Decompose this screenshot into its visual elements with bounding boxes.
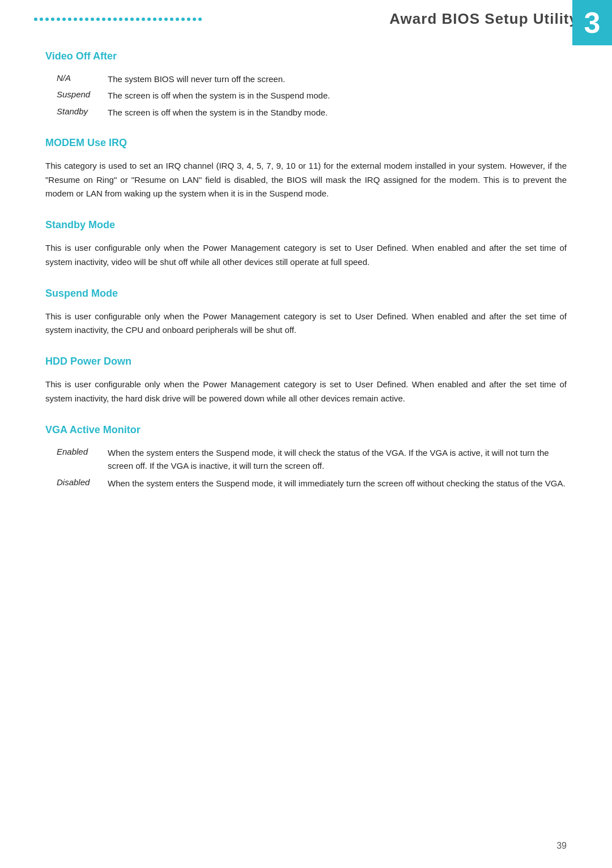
header-wrapper: Award BIOS Setup Utility 3 xyxy=(0,0,612,33)
def-row-suspend: Suspend The screen is off when the syste… xyxy=(57,89,567,102)
header-dot xyxy=(198,18,202,21)
page-number-box: 3 xyxy=(572,0,612,45)
desc-enabled: When the system enters the Suspend mode,… xyxy=(108,446,567,473)
section-video-off-after: Video Off After N/A The system BIOS will… xyxy=(45,50,567,119)
header-dot xyxy=(170,18,173,21)
header-dot xyxy=(147,18,151,21)
term-standby: Standby xyxy=(57,106,108,116)
section-modem-use-irq: MODEM Use IRQ This category is used to s… xyxy=(45,137,567,201)
header-dot xyxy=(62,18,66,21)
header-dot xyxy=(130,18,134,21)
footer-page-number: 39 xyxy=(556,841,567,851)
header-dot xyxy=(181,18,185,21)
text-standby-mode: This is user configurable only when the … xyxy=(45,241,567,270)
header-dot xyxy=(57,18,60,21)
def-row-disabled: Disabled When the system enters the Susp… xyxy=(57,477,567,490)
header-dot xyxy=(142,18,145,21)
desc-suspend: The screen is off when the system is in … xyxy=(108,89,330,102)
term-disabled: Disabled xyxy=(57,477,108,487)
header-dot xyxy=(187,18,190,21)
section-suspend-mode: Suspend Mode This is user configurable o… xyxy=(45,288,567,338)
term-suspend: Suspend xyxy=(57,89,108,99)
page-container: Award BIOS Setup Utility 3 Video Off Aft… xyxy=(0,0,612,868)
header-dot xyxy=(51,18,54,21)
header-dot xyxy=(68,18,71,21)
header-dot xyxy=(102,18,105,21)
section-hdd-power-down: HDD Power Down This is user configurable… xyxy=(45,356,567,406)
deflist-vga-active-monitor: Enabled When the system enters the Suspe… xyxy=(57,446,567,490)
def-row-standby: Standby The screen is off when the syste… xyxy=(57,106,567,119)
header-dot xyxy=(159,18,162,21)
desc-disabled: When the system enters the Suspend mode,… xyxy=(108,477,566,490)
header-dot xyxy=(193,18,196,21)
header-dot xyxy=(79,18,83,21)
header-dot xyxy=(113,18,117,21)
desc-na: The system BIOS will never turn off the … xyxy=(108,72,285,85)
heading-vga-active-monitor: VGA Active Monitor xyxy=(45,424,567,436)
header-dot xyxy=(85,18,88,21)
header-title: Award BIOS Setup Utility xyxy=(389,10,578,28)
section-vga-active-monitor: VGA Active Monitor Enabled When the syst… xyxy=(45,424,567,490)
header-dot xyxy=(125,18,128,21)
heading-standby-mode: Standby Mode xyxy=(45,219,567,231)
dots-line xyxy=(34,18,202,21)
heading-hdd-power-down: HDD Power Down xyxy=(45,356,567,367)
section-standby-mode: Standby Mode This is user configurable o… xyxy=(45,219,567,270)
header-dot xyxy=(91,18,94,21)
heading-modem-use-irq: MODEM Use IRQ xyxy=(45,137,567,149)
header-dot xyxy=(34,18,37,21)
heading-video-off-after: Video Off After xyxy=(45,50,567,62)
deflist-video-off-after: N/A The system BIOS will never turn off … xyxy=(57,72,567,119)
header-dot xyxy=(176,18,179,21)
header-dot xyxy=(164,18,168,21)
header-dot xyxy=(45,18,49,21)
def-row-enabled: Enabled When the system enters the Suspe… xyxy=(57,446,567,473)
text-modem-use-irq: This category is used to set an IRQ chan… xyxy=(45,159,567,201)
heading-suspend-mode: Suspend Mode xyxy=(45,288,567,300)
header-dot xyxy=(119,18,122,21)
header-dot xyxy=(40,18,43,21)
header-dot xyxy=(153,18,156,21)
text-hdd-power-down: This is user configurable only when the … xyxy=(45,378,567,406)
header-dot xyxy=(96,18,100,21)
def-row-na: N/A The system BIOS will never turn off … xyxy=(57,72,567,85)
header-dots xyxy=(34,18,389,21)
header-bar: Award BIOS Setup Utility xyxy=(34,0,578,33)
header-dot xyxy=(74,18,77,21)
text-suspend-mode: This is user configurable only when the … xyxy=(45,310,567,338)
header-dot xyxy=(136,18,139,21)
desc-standby: The screen is off when the system is in … xyxy=(108,106,328,119)
chapter-number: 3 xyxy=(584,8,601,37)
term-enabled: Enabled xyxy=(57,446,108,456)
term-na: N/A xyxy=(57,72,108,83)
main-content: Video Off After N/A The system BIOS will… xyxy=(0,33,612,531)
header-dot xyxy=(108,18,111,21)
